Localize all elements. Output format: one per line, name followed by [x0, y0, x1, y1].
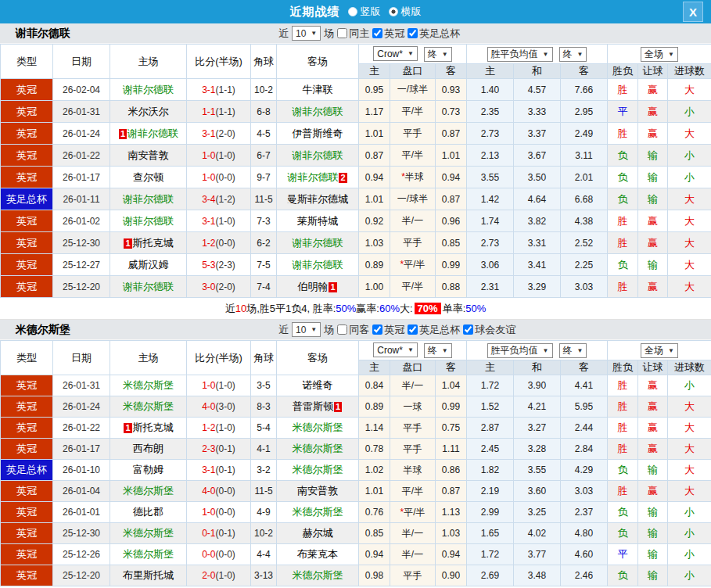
corner-score: 6-8: [251, 101, 277, 123]
fulltime-score: 4-0: [202, 401, 215, 412]
asian-time-select[interactable]: 终▼: [424, 47, 452, 62]
layout-vertical-option[interactable]: 竖版: [348, 5, 381, 19]
layout-horizontal-option[interactable]: 横版: [389, 5, 422, 19]
asian-home-odds: 1.01: [359, 188, 390, 210]
asian-home-odds: 0.89: [359, 254, 390, 276]
column-header: 日期: [53, 341, 110, 375]
result-handicap-text: 赢: [648, 281, 658, 292]
dropdown-arrow-icon: ▼: [668, 347, 674, 354]
result-goals: 大: [668, 232, 711, 254]
match-date: 25-12-30: [53, 232, 110, 254]
asian-home-odds: 1.00: [359, 276, 390, 298]
league-filter-1-checkbox[interactable]: [408, 28, 418, 38]
match-count-select[interactable]: 10▼: [292, 26, 321, 41]
europe-draw-odds: 3.48: [514, 565, 561, 586]
europe-time-select[interactable]: 终▼: [559, 343, 587, 358]
team-name: 布莱克本: [297, 548, 338, 560]
result-handicap-text: 赢: [648, 215, 658, 227]
close-button[interactable]: X: [683, 2, 703, 22]
league-badge: 英冠: [1, 439, 53, 460]
league-filter-1[interactable]: 英足总杯: [408, 27, 460, 41]
asian-handicap: 一球: [390, 396, 436, 418]
result-outcome: 胜: [608, 79, 638, 101]
horizontal-radio[interactable]: [389, 7, 398, 16]
europe-home-odds: 2.73: [467, 123, 514, 145]
asian-time-select[interactable]: 终▼: [424, 343, 452, 358]
team-cell: 伯明翰1: [277, 276, 359, 298]
same-venue[interactable]: 同主: [337, 27, 369, 41]
result-outcome: 胜: [608, 481, 638, 502]
sub-column-header: 和: [514, 64, 561, 79]
halftime-score: (1-1): [216, 106, 235, 117]
league-filter-2-checkbox[interactable]: [463, 324, 473, 335]
asian-handicap: 平手: [390, 232, 436, 254]
europe-average-select-value: 胜平负均值: [491, 344, 538, 357]
team-cell: 南安普敦: [110, 145, 187, 167]
match-score: 3-1(0-1): [187, 460, 251, 481]
asian-away-odds: 0.94: [436, 544, 467, 565]
dropdown-arrow-icon: ▼: [408, 50, 414, 57]
recent-matches-table: 类型日期主场比分(半场)角球客场Crow*▼终▼胜平负均值▼终▼全场▼主盘口客主…: [0, 44, 711, 298]
bookmaker-select-value: Crow*: [377, 345, 403, 356]
column-header: 比分(半场): [187, 45, 251, 79]
handicap-text: 一/球半: [397, 193, 428, 204]
europe-average-select[interactable]: 胜平负均值▼: [487, 47, 553, 62]
europe-average-select[interactable]: 胜平负均值▼: [487, 343, 553, 358]
bookmaker-select[interactable]: Crow*▼: [373, 342, 418, 357]
dropdown-arrow-icon: ▼: [543, 51, 549, 58]
league-filter-1[interactable]: 英足总杯: [408, 323, 460, 337]
scope-select[interactable]: 全场▼: [641, 343, 678, 358]
column-header: 类型: [1, 45, 53, 79]
result-outcome: 胜: [608, 123, 638, 145]
vertical-radio[interactable]: [348, 7, 357, 16]
league-filter-0-checkbox[interactable]: [372, 324, 382, 335]
europe-away-odds: 3.11: [561, 145, 608, 167]
league-filter-0[interactable]: 英冠: [372, 27, 404, 41]
sub-column-header: 客: [561, 64, 608, 79]
team-name: 米德尔斯堡: [293, 506, 343, 518]
bookmaker-select[interactable]: Crow*▼: [373, 46, 418, 61]
corner-score: 6-2: [251, 232, 277, 254]
league-filter-0[interactable]: 英冠: [372, 323, 404, 337]
unit-label: 场: [324, 27, 334, 41]
match-count-select[interactable]: 10▼: [292, 322, 321, 337]
team-cell: 赫尔城: [277, 523, 359, 544]
fulltime-score: 1-2: [202, 238, 215, 249]
team-cell: 谢菲尔德联: [277, 254, 359, 276]
result-handicap-text: 输: [648, 527, 658, 539]
corner-score: 3-13: [251, 565, 277, 586]
asian-handicap: *半球: [390, 167, 436, 188]
europe-time-select-value: 终: [563, 48, 573, 61]
asian-away-odds: 0.94: [436, 167, 467, 188]
result-outcome-text: 负: [618, 569, 628, 581]
europe-draw-odds: 4.21: [514, 396, 561, 418]
europe-draw-odds: 3.50: [514, 167, 561, 188]
league-badge: 英冠: [1, 396, 53, 418]
team-cell: 牛津联: [277, 79, 359, 101]
league-badge: 英足总杯: [1, 460, 53, 481]
same-venue[interactable]: 同客: [337, 323, 369, 337]
europe-draw-odds: 4.02: [514, 523, 561, 544]
scope-select[interactable]: 全场▼: [641, 47, 678, 62]
result-handicap: 赢: [638, 418, 668, 439]
asian-away-odds: 1.04: [436, 375, 467, 396]
europe-away-odds: 3.03: [561, 481, 608, 502]
same-venue-checkbox[interactable]: [337, 324, 347, 335]
column-header: 日期: [53, 45, 110, 79]
result-goals-text: 小: [684, 171, 695, 183]
same-venue-label: 同主: [349, 27, 369, 41]
result-goals: 大: [668, 396, 711, 418]
halftime-score: (1-0): [216, 150, 235, 161]
result-handicap-text: 输: [648, 149, 658, 161]
league-filter-2[interactable]: 球会友谊: [463, 323, 515, 337]
asian-home-odds: 0.87: [359, 145, 390, 167]
handicap-text: 半/一: [402, 528, 423, 539]
league-filter-1-checkbox[interactable]: [408, 324, 418, 335]
europe-time-select[interactable]: 终▼: [559, 47, 587, 62]
same-venue-checkbox[interactable]: [337, 28, 347, 38]
europe-draw-odds: 4.57: [514, 79, 561, 101]
league-filter-0-checkbox[interactable]: [372, 28, 382, 38]
asian-handicap: 平/半: [390, 481, 436, 502]
team-title: 米德尔斯堡: [16, 323, 70, 337]
result-outcome: 胜: [608, 396, 638, 418]
